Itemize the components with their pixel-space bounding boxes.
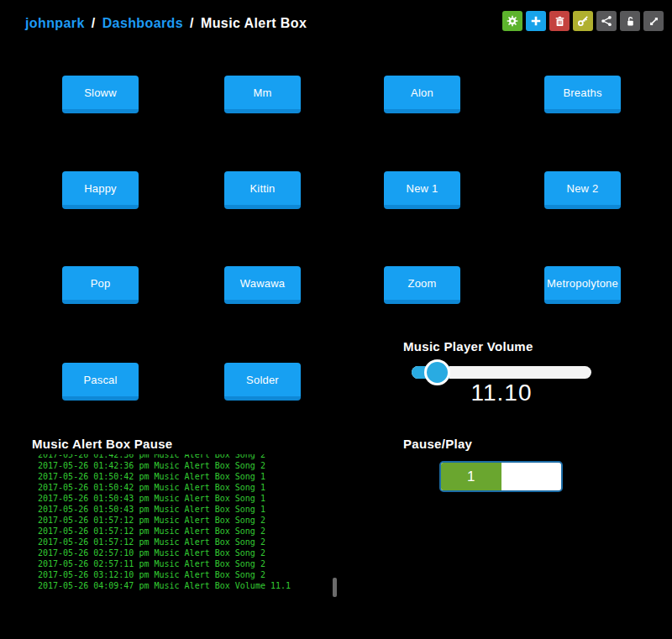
breadcrumb-dashboards-link[interactable]: Dashboards xyxy=(102,16,183,30)
sound-button-happy[interactable]: Happy xyxy=(62,171,139,209)
toggle-value: 1 xyxy=(467,469,475,485)
sound-button-alon[interactable]: Alon xyxy=(384,76,460,113)
settings-button[interactable] xyxy=(502,11,522,31)
sound-button-wawawa[interactable]: Wawawa xyxy=(224,266,301,304)
toggle-on-segment: 1 xyxy=(441,463,501,490)
header-actions xyxy=(502,11,664,31)
volume-value: 11.10 xyxy=(412,380,591,406)
sound-button-kittin[interactable]: Kittin xyxy=(224,171,301,209)
sound-button-sloww[interactable]: Sloww xyxy=(62,76,139,113)
sound-button-pop[interactable]: Pop xyxy=(62,266,139,304)
sound-button-new-1[interactable]: New 1 xyxy=(384,171,460,209)
breadcrumb-user-link[interactable]: johnpark xyxy=(25,16,85,30)
log-title: Music Alert Box Pause xyxy=(32,437,172,451)
log-line: 2017-05-26 04:09:47 pm Music Alert Box V… xyxy=(32,580,334,591)
privacy-button[interactable] xyxy=(620,11,640,31)
log-line: 2017-05-26 01:50:43 pm Music Alert Box S… xyxy=(32,504,334,515)
dashboard-page: johnpark/Dashboards/Music Alert Box Slow… xyxy=(0,0,672,639)
log-line: 2017-05-26 02:57:11 pm Music Alert Box S… xyxy=(32,558,334,569)
log-line: 2017-05-26 01:50:43 pm Music Alert Box S… xyxy=(32,493,334,504)
keys-button[interactable] xyxy=(573,11,593,31)
log-line: 2017-05-26 01:57:12 pm Music Alert Box S… xyxy=(32,526,334,537)
pause-play-toggle[interactable]: 1 xyxy=(439,461,563,492)
delete-button[interactable] xyxy=(549,11,570,31)
log-box[interactable]: 2017-05-26 01:42:36 pm Music Alert Box S… xyxy=(32,454,334,599)
key-icon xyxy=(577,15,589,27)
expand-icon xyxy=(648,16,659,27)
plus-icon xyxy=(530,15,542,27)
sound-button-mm[interactable]: Mm xyxy=(224,76,301,113)
page-title: Music Alert Box xyxy=(201,16,307,30)
log-lines: 2017-05-26 01:42:36 pm Music Alert Box S… xyxy=(32,454,334,591)
sound-button-metropolytone[interactable]: Metropolytone xyxy=(544,266,621,304)
log-line: 2017-05-26 03:12:10 pm Music Alert Box S… xyxy=(32,569,334,580)
sound-button-pascal[interactable]: Pascal xyxy=(62,363,139,401)
sound-button-new-2[interactable]: New 2 xyxy=(544,171,621,209)
log-line: 2017-05-26 01:42:36 pm Music Alert Box S… xyxy=(32,454,334,460)
add-block-button[interactable] xyxy=(526,11,546,31)
share-icon xyxy=(601,15,612,27)
gear-icon xyxy=(507,15,518,27)
log-line: 2017-05-26 01:57:12 pm Music Alert Box S… xyxy=(32,537,334,547)
fullscreen-button[interactable] xyxy=(643,11,664,31)
breadcrumb-separator: / xyxy=(92,16,96,30)
sound-button-solder[interactable]: Solder xyxy=(224,363,301,401)
volume-slider-label: Music Player Volume xyxy=(403,339,533,354)
log-scrollbar-thumb[interactable] xyxy=(333,578,337,597)
share-button[interactable] xyxy=(596,11,617,31)
log-line: 2017-05-26 01:50:42 pm Music Alert Box S… xyxy=(32,482,334,493)
lock-icon xyxy=(625,16,636,27)
sound-button-breaths[interactable]: Breaths xyxy=(544,76,621,113)
breadcrumb: johnpark/Dashboards/Music Alert Box xyxy=(25,16,307,31)
sound-button-zoom[interactable]: Zoom xyxy=(384,266,460,304)
pause-toggle-label: Pause/Play xyxy=(403,437,472,451)
log-line: 2017-05-26 02:57:10 pm Music Alert Box S… xyxy=(32,547,334,558)
log-line: 2017-05-26 01:50:42 pm Music Alert Box S… xyxy=(32,471,334,482)
trash-icon xyxy=(554,16,565,27)
log-line: 2017-05-26 01:42:36 pm Music Alert Box S… xyxy=(32,460,334,471)
breadcrumb-separator: / xyxy=(190,16,194,30)
log-line: 2017-05-26 01:57:12 pm Music Alert Box S… xyxy=(32,515,334,526)
